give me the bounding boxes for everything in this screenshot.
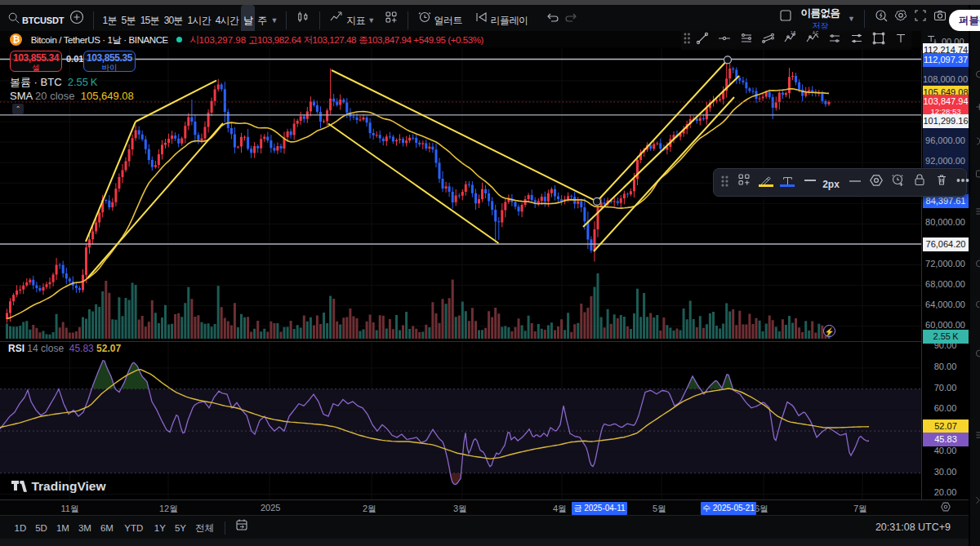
svg-text:1 5: 1 5	[791, 31, 796, 35]
svg-text:A C: A C	[813, 31, 819, 35]
